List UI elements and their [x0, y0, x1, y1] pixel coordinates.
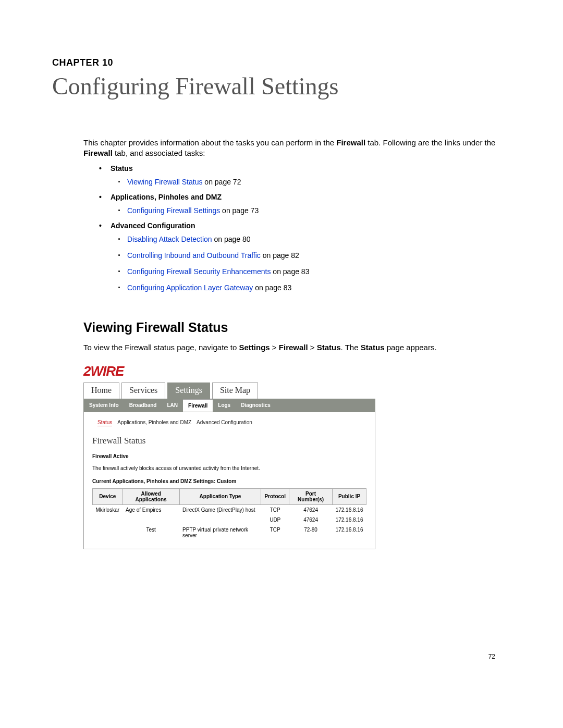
cell: 72-80 — [289, 525, 333, 540]
toc-item: Configuring Firewall Settings on page 73 — [118, 204, 500, 217]
chapter-title: Configuring Firewall Settings — [52, 72, 500, 100]
cell — [93, 515, 123, 525]
intro-paragraph: This chapter provides information about … — [83, 138, 500, 159]
section-heading: Viewing Firewall Status — [83, 320, 500, 335]
section-text: > — [270, 343, 279, 352]
toc-rest: on page 73 — [220, 206, 259, 215]
toc-rest: on page 83 — [253, 283, 291, 292]
firewall-desc: The firewall actively blocks access of u… — [92, 465, 366, 471]
toc-rest: on page 80 — [212, 235, 251, 243]
toc-link[interactable]: Viewing Firewall Status — [127, 178, 202, 186]
table-row: Test PPTP virtual private network server… — [93, 525, 366, 540]
cell: 172.16.8.16 — [333, 515, 366, 525]
section-text: page appears. — [385, 343, 437, 352]
cell: DirectX Game (DirectPlay) host — [179, 504, 261, 515]
tab-sitemap[interactable]: Site Map — [212, 382, 258, 399]
page-number: 72 — [488, 653, 495, 660]
toc-sublist: Viewing Firewall Status on page 72 — [118, 176, 500, 189]
subtab-broadband[interactable]: Broadband — [124, 399, 162, 412]
cell: TCP — [261, 504, 289, 515]
th-protocol: Protocol — [261, 488, 289, 504]
th-publicip: Public IP — [333, 488, 366, 504]
section-text: > — [308, 343, 317, 352]
toc-link[interactable]: Configuring Firewall Settings — [127, 206, 220, 215]
section-text: . The — [341, 343, 361, 352]
toc-item: Configuring Firewall Security Enhancemen… — [118, 265, 500, 278]
subtab-logs[interactable]: Logs — [213, 399, 236, 412]
firewall-status-title: Firewall Status — [92, 436, 366, 446]
toc-item: Controlling Inbound and Outbound Traffic… — [118, 249, 500, 262]
toc-item: Configuring Application Layer Gateway on… — [118, 281, 500, 294]
cell — [179, 515, 261, 525]
section-bold: Status — [317, 343, 341, 352]
cell: 172.16.8.16 — [333, 504, 366, 515]
firewall-settings-label: Current Applications, Pinholes and DMZ S… — [92, 478, 366, 484]
cell: 172.16.8.16 — [333, 525, 366, 540]
table-row: Mkirloskar Age of Empires DirectX Game (… — [93, 504, 366, 515]
toc-category: Applications, Pinholes and DMZ Configuri… — [99, 193, 500, 217]
toc-category-label: Status — [111, 164, 133, 172]
toc-rest: on page 72 — [202, 178, 241, 186]
subtab-systeminfo[interactable]: System Info — [84, 399, 124, 412]
intro-bold: Firewall — [83, 149, 113, 157]
toc-category-label: Applications, Pinholes and DMZ — [111, 193, 222, 201]
cell: PPTP virtual private network server — [179, 525, 261, 540]
toc-item: Disabling Attack Detection on page 80 — [118, 233, 500, 246]
cell: UDP — [261, 515, 289, 525]
toc-link[interactable]: Configuring Application Layer Gateway — [127, 283, 253, 292]
toc-category: Status Viewing Firewall Status on page 7… — [99, 164, 500, 189]
table-header-row: Device Allowed Applications Application … — [93, 488, 366, 504]
tertiary-tabs: Status Applications, Pinholes and DMZ Ad… — [97, 419, 366, 426]
toc-category: Advanced Configuration Disabling Attack … — [99, 221, 500, 295]
tab-settings[interactable]: Settings — [167, 382, 210, 399]
sub-tabs-bar: System Info Broadband LAN Firewall Logs … — [83, 399, 375, 412]
firewall-table: Device Allowed Applications Application … — [92, 488, 366, 540]
toc-category-label: Advanced Configuration — [111, 221, 195, 230]
toc-sublist: Disabling Attack Detection on page 80 Co… — [118, 233, 500, 295]
section-bold: Firewall — [279, 343, 308, 352]
screenshot-panel: 2WIRE Home Services Settings Site Map Sy… — [83, 362, 375, 549]
cell — [93, 525, 123, 540]
tertiary-status[interactable]: Status — [97, 419, 112, 426]
tertiary-advanced[interactable]: Advanced Configuration — [197, 419, 252, 426]
subtab-lan[interactable]: LAN — [162, 399, 183, 412]
section-bold: Settings — [239, 343, 270, 352]
cell: TCP — [261, 525, 289, 540]
brand-logo: 2WIRE — [83, 362, 375, 382]
th-device: Device — [93, 488, 123, 504]
th-apptype: Application Type — [179, 488, 261, 504]
panel-body: Status Applications, Pinholes and DMZ Ad… — [83, 412, 375, 549]
th-allowed: Allowed Applications — [123, 488, 179, 504]
toc-link[interactable]: Disabling Attack Detection — [127, 235, 212, 243]
cell: Age of Empires — [123, 504, 179, 515]
toc-sublist: Configuring Firewall Settings on page 73 — [118, 204, 500, 217]
intro-text: This chapter provides information about … — [83, 138, 336, 147]
tab-services[interactable]: Services — [121, 382, 165, 399]
toc-item: Viewing Firewall Status on page 72 — [118, 176, 500, 189]
section-text: To view the Firewall status page, naviga… — [83, 343, 239, 352]
section-body: To view the Firewall status page, naviga… — [83, 342, 500, 353]
cell: Test — [123, 525, 179, 540]
toc-rest: on page 83 — [271, 267, 309, 276]
table-row: UDP 47624 172.16.8.16 — [93, 515, 366, 525]
tab-home[interactable]: Home — [83, 382, 119, 399]
cell: 47624 — [289, 515, 333, 525]
cell — [123, 515, 179, 525]
intro-bold: Firewall — [336, 138, 365, 147]
toc-link[interactable]: Configuring Firewall Security Enhancemen… — [127, 267, 271, 276]
toc-rest: on page 82 — [261, 251, 299, 260]
th-port: Port Number(s) — [289, 488, 333, 504]
cell: Mkirloskar — [93, 504, 123, 515]
firewall-active-label: Firewall Active — [92, 453, 366, 459]
subtab-firewall[interactable]: Firewall — [183, 399, 213, 412]
intro-text: tab, and associated tasks: — [113, 149, 205, 157]
cell: 47624 — [289, 504, 333, 515]
section-bold: Status — [361, 343, 385, 352]
tertiary-apps[interactable]: Applications, Pinholes and DMZ — [117, 419, 191, 426]
toc-link[interactable]: Controlling Inbound and Outbound Traffic — [127, 251, 261, 260]
subtab-diagnostics[interactable]: Diagnostics — [236, 399, 276, 412]
intro-text: tab. Following are the links under the — [365, 138, 495, 147]
main-tabs: Home Services Settings Site Map — [83, 382, 375, 399]
toc-list: Status Viewing Firewall Status on page 7… — [99, 164, 500, 295]
chapter-label: CHAPTER 10 — [52, 57, 500, 68]
